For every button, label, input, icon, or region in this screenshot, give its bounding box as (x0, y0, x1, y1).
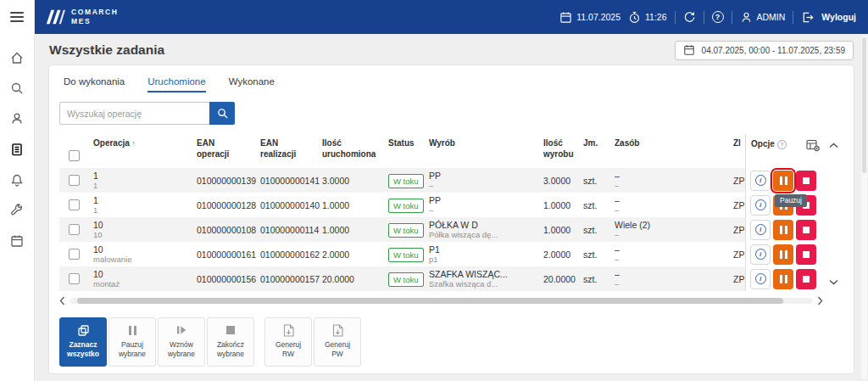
logout-icon-button[interactable] (801, 11, 814, 24)
scroll-right-icon[interactable] (817, 296, 823, 305)
column-header-operation[interactable]: Operacja ↑ (93, 137, 197, 149)
scrollbar-thumb[interactable] (77, 298, 783, 304)
column-header-status[interactable]: Status (388, 137, 429, 148)
sidebar-item-operators[interactable] (6, 108, 28, 130)
row-checkbox[interactable] (69, 175, 80, 186)
pause-button[interactable] (773, 269, 793, 289)
table-row[interactable]: 10 montaż 010000000156 010000000157 20.0… (59, 266, 745, 291)
sidebar-item-tools[interactable] (6, 199, 28, 221)
scroll-left-icon[interactable] (59, 296, 65, 305)
row-checkbox[interactable] (69, 249, 80, 260)
planning-icon (9, 233, 25, 249)
order: ZP (733, 200, 745, 210)
options-help-icon[interactable] (777, 140, 787, 149)
scroll-up-icon[interactable] (829, 143, 838, 148)
user-menu[interactable]: ADMIN (740, 11, 786, 24)
stop-icon (803, 177, 810, 184)
table-row[interactable]: 1 1 010000000128 010000000140 1.0000 W t… (59, 193, 745, 217)
tab-running[interactable]: Uruchomione (147, 76, 205, 92)
resume-selected-button[interactable]: Wznówwybrane (158, 317, 205, 367)
product-description: – (429, 181, 538, 190)
pause-button[interactable] (773, 244, 793, 265)
unit: szt. (583, 200, 609, 210)
select-all-button[interactable]: Zaznaczwszystko (59, 317, 107, 367)
sidebar-item-alarms[interactable] (6, 169, 28, 191)
column-label: Operacja (93, 138, 130, 148)
stop-button[interactable] (796, 220, 816, 240)
user-icon (740, 11, 753, 24)
sidebar-item-tasks[interactable] (6, 138, 28, 160)
resource-description: – (615, 255, 728, 264)
pause-button[interactable] (773, 171, 793, 191)
order: ZP (733, 225, 745, 235)
product-name: P1 (429, 244, 538, 255)
row-checkbox[interactable] (69, 224, 80, 235)
row-checkbox[interactable] (69, 273, 80, 284)
table-row[interactable]: 10 10 010000000108 010000000114 1.0000 W… (59, 217, 745, 242)
column-header-ean-operation[interactable]: EAN operacji (197, 137, 260, 160)
table-row[interactable]: 10 malowanie 010000000161 010000000162 2… (59, 242, 745, 266)
info-button[interactable] (750, 220, 771, 240)
document-icon (283, 325, 294, 336)
stop-button[interactable] (796, 269, 816, 289)
row-checkbox[interactable] (69, 199, 80, 210)
home-icon (9, 50, 25, 65)
table-row[interactable]: 1 1 010000000139 010000000141 3.0000 W t… (59, 168, 745, 193)
tab-done[interactable]: Wykonane (229, 76, 275, 92)
help-button[interactable] (712, 11, 724, 23)
vertical-scrollbar[interactable] (861, 36, 867, 379)
ean-operation: 010000000161 (197, 249, 255, 260)
started-quantity: 20.0000 (322, 274, 383, 284)
sidebar-item-home[interactable] (6, 47, 28, 69)
sidebar-item-search[interactable] (6, 77, 28, 99)
scroll-down-icon[interactable] (829, 279, 838, 285)
stop-button[interactable] (796, 244, 816, 265)
info-button[interactable] (750, 171, 771, 191)
order: ZP (733, 176, 745, 186)
refresh-button[interactable] (683, 11, 696, 24)
table-settings-icon[interactable] (806, 139, 820, 155)
pause-button[interactable] (773, 220, 793, 240)
search-button[interactable] (209, 102, 235, 125)
info-button[interactable] (750, 269, 771, 289)
topbar-separator (675, 11, 676, 24)
status-badge: W toku (388, 248, 424, 262)
ean-realization: 010000000114 (260, 225, 317, 235)
column-header-order[interactable]: Zl (733, 137, 745, 148)
column-header-unit[interactable]: Jm. (583, 137, 615, 148)
finish-selected-button[interactable]: Zakończwybrane (207, 317, 254, 367)
info-button[interactable] (750, 244, 771, 265)
resource: – (615, 195, 728, 205)
generate-pw-button[interactable]: GenerujPW (314, 317, 361, 367)
menu-toggle-button[interactable] (0, 0, 35, 34)
current-time[interactable]: 11:26 (628, 11, 667, 24)
topbar-separator (732, 11, 732, 24)
date-range-picker[interactable]: 04.07.2025, 00:00 - 11.07.2025, 23:59 (675, 41, 854, 60)
scrollbar-track[interactable] (70, 298, 813, 304)
current-date[interactable]: 11.07.2025 (559, 11, 620, 24)
stop-button[interactable] (796, 171, 816, 191)
unit: szt. (583, 274, 609, 284)
vertical-scrollbar-thumb[interactable] (862, 37, 866, 173)
tab-todo[interactable]: Do wykonania (64, 76, 125, 92)
operator-icon (9, 111, 25, 126)
column-header-product[interactable]: Wyrób (429, 137, 543, 148)
select-all-checkbox[interactable] (69, 150, 80, 161)
search-input[interactable] (59, 102, 209, 125)
generate-rw-button[interactable]: GenerujRW (264, 317, 312, 367)
sidebar-item-planning[interactable] (6, 230, 28, 252)
horizontal-scrollbar[interactable] (59, 295, 823, 305)
info-icon (755, 175, 766, 186)
column-header-ean-realization[interactable]: EAN realizacji (260, 137, 322, 160)
info-button[interactable] (750, 195, 771, 216)
logout-button[interactable]: Wyloguj (821, 12, 856, 22)
pause-selected-button[interactable]: Pauzujwybrane (108, 317, 156, 367)
column-header-product-qty[interactable]: Ilość wyrobu (543, 137, 583, 160)
current-date-label: 11.07.2025 (576, 12, 620, 22)
page-header: Wszystkie zadania 04.07.2025, 00:00 - 11… (35, 34, 868, 64)
column-header-started-qty[interactable]: Ilość uruchomiona (322, 137, 388, 160)
main-area: COMARCH MES 11.07.2025 11:26 (35, 0, 868, 381)
help-icon (712, 11, 724, 23)
column-header-resource[interactable]: Zasób (615, 137, 733, 148)
pause-icon (129, 325, 136, 336)
